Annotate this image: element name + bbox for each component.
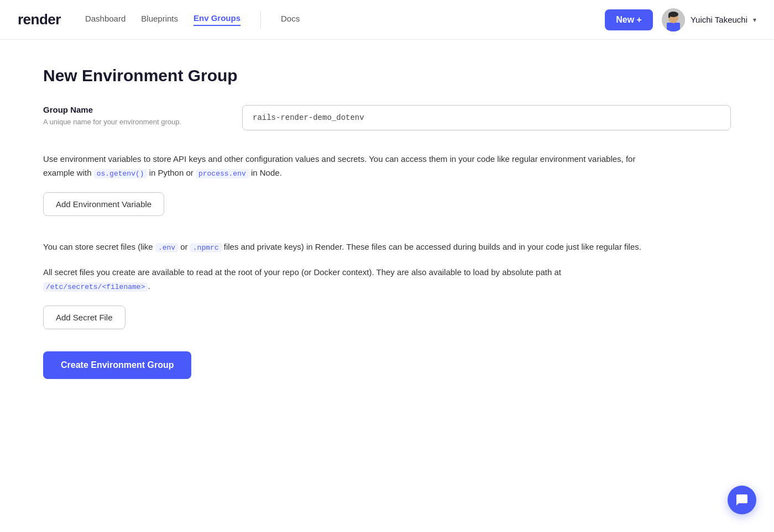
secret-files-section: You can store secret files (like .env or… xyxy=(43,240,731,329)
user-name-label: Yuichi Takeuchi xyxy=(691,15,747,24)
secret-code3: /etc/secrets/<filename> xyxy=(43,282,148,292)
nav-env-groups[interactable]: Env Groups xyxy=(194,13,240,26)
nav-blueprints[interactable]: Blueprints xyxy=(141,14,178,25)
group-name-label: Group Name xyxy=(43,105,220,114)
secret-files-description1: You can store secret files (like .env or… xyxy=(43,240,651,254)
env-code1: os.getenv() xyxy=(94,169,147,178)
nav-links: Dashboard Blueprints Env Groups xyxy=(85,13,240,26)
add-secret-file-button[interactable]: Add Secret File xyxy=(43,305,125,329)
main-content: New Environment Group Group Name A uniqu… xyxy=(17,40,757,423)
svg-rect-1 xyxy=(667,23,680,31)
nav-dashboard[interactable]: Dashboard xyxy=(85,14,125,25)
svg-rect-4 xyxy=(668,14,670,18)
env-desc-text3: in Node. xyxy=(249,168,282,177)
group-name-hint: A unique name for your environment group… xyxy=(43,118,220,126)
new-button[interactable]: New + xyxy=(605,9,653,30)
env-desc-text2: in Python or xyxy=(147,168,196,177)
secret-code2: .npmrc xyxy=(190,243,222,252)
secret-desc1-part2: or xyxy=(178,242,190,251)
chevron-down-icon: ▾ xyxy=(753,16,756,24)
group-name-label-area: Group Name A unique name for your enviro… xyxy=(43,105,220,126)
group-name-section: Group Name A unique name for your enviro… xyxy=(43,105,731,130)
page-title: New Environment Group xyxy=(43,66,731,85)
secret-files-description2: All secret files you create are availabl… xyxy=(43,266,651,293)
env-code2: process.env xyxy=(196,169,249,178)
create-env-group-button[interactable]: Create Environment Group xyxy=(43,351,191,379)
nav-docs[interactable]: Docs xyxy=(281,14,300,25)
add-env-var-button[interactable]: Add Environment Variable xyxy=(43,192,164,216)
secret-code1: .env xyxy=(155,243,178,252)
avatar xyxy=(662,8,685,31)
navbar: render Dashboard Blueprints Env Groups D… xyxy=(0,0,774,40)
spacer1 xyxy=(43,216,731,236)
secret-desc2-part1: All secret files you create are availabl… xyxy=(43,267,561,277)
secret-desc1-part3: files and private keys) in Render. These… xyxy=(222,242,641,251)
nav-links-secondary: Docs xyxy=(281,14,300,25)
env-vars-description: Use environment variables to store API k… xyxy=(43,152,651,180)
group-name-input-area xyxy=(242,105,731,130)
secret-desc1-part1: You can store secret files (like xyxy=(43,242,155,251)
brand-logo: render xyxy=(18,11,61,28)
navbar-right: New + Yuichi Takeuchi ▾ xyxy=(605,8,756,31)
secret-desc2-part2: . xyxy=(148,281,150,291)
group-name-input[interactable] xyxy=(242,105,731,130)
nav-divider xyxy=(260,11,261,29)
user-menu[interactable]: Yuichi Takeuchi ▾ xyxy=(662,8,756,31)
